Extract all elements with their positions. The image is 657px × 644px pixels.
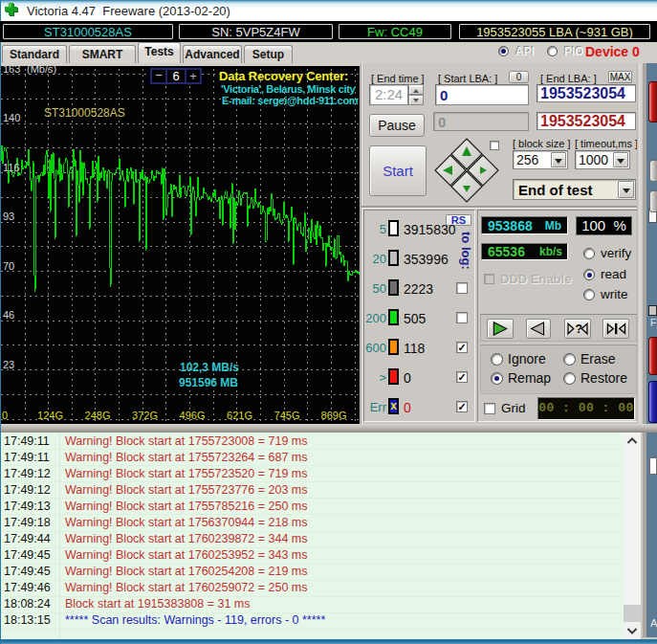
svg-text:951596 MB: 951596 MB <box>179 376 238 389</box>
svg-text:116: 116 <box>3 162 20 173</box>
svg-text:70: 70 <box>3 260 14 272</box>
svg-text:93: 93 <box>3 211 14 222</box>
svg-text:ST31000528AS: ST31000528AS <box>44 106 125 120</box>
svg-text:23: 23 <box>3 359 14 370</box>
svg-text:140: 140 <box>3 112 20 123</box>
svg-text:745G: 745G <box>274 410 300 421</box>
svg-text:?: ? <box>576 322 583 336</box>
svg-text:248G: 248G <box>85 410 111 421</box>
svg-text:869G: 869G <box>321 410 347 421</box>
svg-text:372G: 372G <box>132 410 158 421</box>
svg-text:621G: 621G <box>227 410 252 421</box>
svg-text:124G: 124G <box>37 410 63 421</box>
svg-text:46: 46 <box>3 309 14 321</box>
svg-text:102,3 MB/s: 102,3 MB/s <box>180 361 239 374</box>
svg-text:496G: 496G <box>180 410 206 421</box>
svg-text:0: 0 <box>2 410 8 421</box>
